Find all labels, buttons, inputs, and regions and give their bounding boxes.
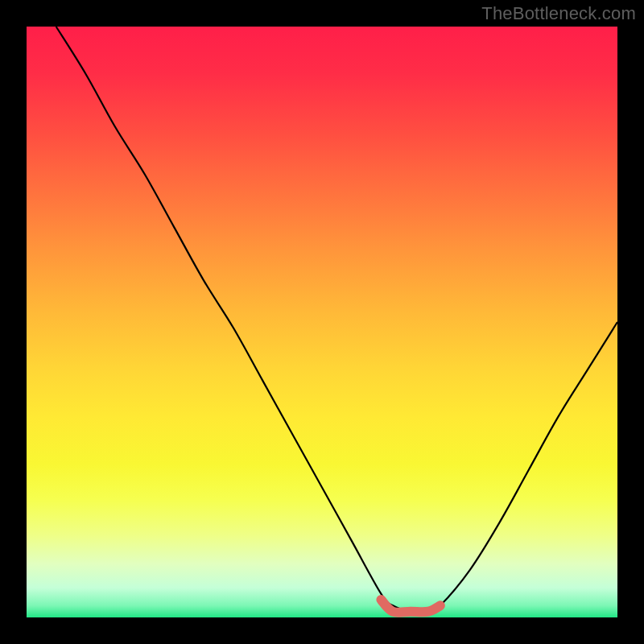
watermark-text: TheBottleneck.com [481,3,636,24]
curve-svg [27,27,617,617]
plot-area [27,27,617,617]
optimal-range-highlight [381,600,440,613]
chart-frame: TheBottleneck.com [0,0,644,644]
bottleneck-curve [56,27,617,613]
